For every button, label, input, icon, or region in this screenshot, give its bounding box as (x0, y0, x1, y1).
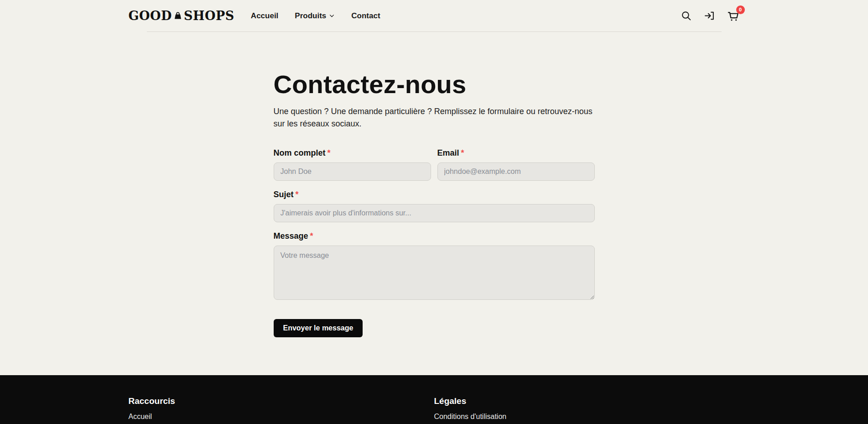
page-subtitle: Une question ? Une demande particulière … (274, 105, 595, 130)
cart-button[interactable]: 0 (727, 10, 740, 22)
header-inner: GOOD SHOPS Accueil Produits (129, 0, 740, 31)
brand-text-left: GOOD (129, 9, 172, 23)
required-asterisk: * (310, 231, 313, 241)
nav-label: Contact (351, 11, 380, 21)
page-title: Contactez-nous (274, 71, 595, 98)
shopping-bag-icon (173, 11, 182, 20)
nav-label: Accueil (251, 11, 278, 21)
field-nom-complet: Nom complet* (274, 148, 431, 181)
contact-form: Nom complet* Email* Sujet* Message* (274, 148, 595, 337)
label-text: Sujet (274, 190, 294, 199)
footer-heading: Légales (434, 396, 740, 406)
nom-complet-input[interactable] (274, 162, 431, 181)
nav-item-accueil[interactable]: Accueil (251, 11, 278, 21)
nom-complet-label: Nom complet* (274, 148, 431, 158)
footer-link-conditions[interactable]: Conditions d'utilisation (434, 413, 740, 421)
field-email: Email* (437, 148, 595, 181)
login-button[interactable] (704, 10, 715, 21)
header: GOOD SHOPS Accueil Produits (0, 0, 868, 32)
main-content: Contactez-nous Une question ? Une demand… (0, 32, 868, 375)
sujet-label: Sujet* (274, 190, 595, 199)
label-text: Nom complet (274, 148, 326, 157)
field-sujet: Sujet* (274, 190, 595, 222)
footer-col-raccourcis: Raccourcis Accueil (129, 396, 434, 421)
footer-inner: Raccourcis Accueil Légales Conditions d'… (129, 375, 740, 421)
required-asterisk: * (461, 148, 464, 157)
required-asterisk: * (327, 148, 331, 157)
main-nav: Accueil Produits Contact (251, 11, 380, 21)
chevron-down-icon (329, 13, 335, 19)
contact-section: Contactez-nous Une question ? Une demand… (274, 32, 595, 337)
brand-text-right: SHOPS (184, 9, 234, 23)
footer: Raccourcis Accueil Légales Conditions d'… (0, 375, 868, 424)
label-text: Message (274, 231, 308, 241)
email-input[interactable] (437, 162, 595, 181)
login-icon (704, 10, 715, 21)
search-button[interactable] (681, 10, 692, 21)
form-row: Nom complet* Email* (274, 148, 595, 190)
nav-item-produits[interactable]: Produits (295, 11, 335, 21)
footer-heading: Raccourcis (129, 396, 434, 406)
footer-col-legales: Légales Conditions d'utilisation (434, 396, 740, 421)
send-message-button[interactable]: Envoyer le message (274, 319, 363, 337)
header-actions: 0 (681, 10, 740, 22)
label-text: Email (437, 148, 459, 157)
cart-count-badge: 0 (736, 5, 745, 14)
nav-label: Produits (295, 11, 326, 21)
search-icon (681, 10, 692, 21)
email-label: Email* (437, 148, 595, 158)
sujet-input[interactable] (274, 204, 595, 222)
footer-link-accueil[interactable]: Accueil (129, 413, 434, 421)
page: GOOD SHOPS Accueil Produits (0, 0, 868, 424)
field-message: Message* (274, 231, 595, 302)
message-label: Message* (274, 231, 595, 241)
brand-logo[interactable]: GOOD SHOPS (129, 9, 234, 23)
message-textarea[interactable] (274, 246, 595, 300)
required-asterisk: * (296, 190, 299, 199)
nav-item-contact[interactable]: Contact (351, 11, 380, 21)
